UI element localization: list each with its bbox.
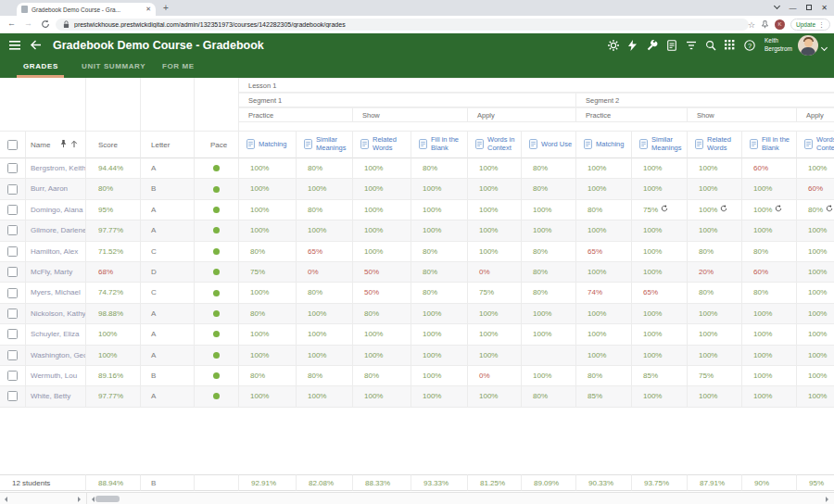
tab-unit-summary[interactable]: UNIT SUMMARY — [82, 62, 145, 70]
row-checkbox[interactable] — [7, 350, 18, 360]
chrome-menu-icon[interactable]: ⋮ — [818, 21, 825, 29]
menu-icon[interactable] — [9, 41, 20, 50]
scroll-right-arrow[interactable] — [826, 497, 831, 502]
row-checkbox[interactable] — [7, 288, 18, 298]
assignment-column-header[interactable]: Fill in the Blank — [411, 131, 468, 158]
minimize-button[interactable]: — — [785, 4, 801, 12]
student-name-link[interactable]: Wermuth, Lou — [26, 366, 86, 386]
student-name-link[interactable]: Bergstrom, Keith — [26, 158, 86, 179]
tab-search-icon[interactable] — [769, 4, 785, 12]
assignment-column-header[interactable]: Related Words — [353, 131, 411, 158]
retake-icon[interactable] — [661, 200, 668, 220]
scroll-left-arrow[interactable] — [89, 497, 95, 502]
group-spacer-cell — [86, 107, 141, 122]
student-name-link[interactable]: McFly, Marty — [26, 262, 86, 283]
reload-icon[interactable] — [41, 19, 50, 31]
assignment-column-header[interactable]: Matching — [576, 131, 632, 158]
score-cell: 100% — [86, 324, 141, 345]
forward-nav-icon[interactable]: → — [24, 19, 32, 28]
maximize-button[interactable] — [801, 4, 816, 12]
tab-grades[interactable]: GRADES — [23, 62, 58, 70]
browser-profile-avatar[interactable]: K — [775, 19, 785, 30]
row-checkbox[interactable] — [7, 163, 18, 173]
assignment-column-header[interactable]: Fill in the Blank — [742, 131, 797, 158]
column-average-cell: 93.75% — [632, 474, 688, 491]
back-arrow-icon[interactable] — [30, 40, 42, 50]
sort-ascending-icon[interactable] — [70, 140, 78, 150]
name-column-header[interactable]: Name — [26, 131, 86, 158]
row-checkbox[interactable] — [7, 329, 18, 339]
column-average-cell: 89.09% — [522, 474, 576, 491]
tab-for-me[interactable]: FOR ME — [162, 62, 195, 70]
student-name-link[interactable]: Washington, Geo... — [26, 346, 86, 366]
grade-cell: 100% — [632, 262, 688, 283]
retake-icon[interactable] — [720, 200, 727, 220]
activity-group-header: Apply — [468, 107, 576, 122]
scroll-left-arrow[interactable] — [2, 497, 7, 502]
browser-tab[interactable]: Gradebook Demo Course - Gra... ✕ — [17, 3, 156, 16]
grade-cell: 100% — [742, 179, 797, 199]
extensions-pin-icon[interactable] — [761, 20, 769, 29]
assignment-column-header[interactable]: Matching — [239, 131, 297, 158]
grade-cell: 80% — [522, 242, 576, 262]
score-column-header[interactable]: Score — [86, 131, 141, 158]
score-cell: 100% — [86, 346, 141, 366]
row-checkbox[interactable] — [7, 267, 18, 277]
horizontal-scrollbar[interactable] — [0, 492, 834, 504]
pin-column-icon[interactable] — [59, 139, 68, 150]
settings-icon[interactable] — [607, 39, 619, 51]
chrome-update-button[interactable]: Update ⋮ — [790, 19, 830, 31]
user-avatar[interactable] — [798, 35, 818, 56]
row-checkbox[interactable] — [7, 309, 18, 319]
letter-column-header[interactable]: Letter — [141, 131, 195, 158]
student-name-link[interactable]: Gilmore, Darlene — [26, 220, 86, 241]
back-nav-icon[interactable]: ← — [7, 19, 16, 28]
retake-icon[interactable] — [826, 200, 833, 220]
pace-cell — [195, 304, 239, 324]
row-checkbox[interactable] — [7, 225, 18, 235]
student-name-link[interactable]: Myers, Michael — [26, 283, 86, 303]
student-name-link[interactable]: Nickolson, Kathy — [26, 304, 86, 324]
assignment-column-header[interactable]: Related Words — [688, 131, 742, 158]
student-name-link[interactable]: Hamilton, Alex — [26, 242, 86, 262]
grade-cell: 100% — [353, 386, 411, 407]
account-chevron-down-icon[interactable] — [821, 44, 828, 51]
filter-icon[interactable] — [685, 39, 697, 51]
scrollbar-thumb[interactable] — [95, 496, 120, 502]
new-tab-button[interactable]: + — [163, 3, 169, 13]
grade-cell: 100% — [797, 366, 834, 386]
student-name-link[interactable]: Burr, Aaron — [26, 179, 86, 199]
retake-icon[interactable] — [775, 200, 782, 220]
apps-icon[interactable] — [724, 39, 736, 51]
build-icon[interactable] — [646, 39, 658, 51]
row-checkbox[interactable] — [7, 205, 18, 215]
row-select-cell — [0, 200, 26, 220]
assignment-column-header[interactable]: Word Use — [522, 131, 576, 158]
assignment-column-header[interactable]: Words in Context — [797, 131, 834, 158]
assignment-icon[interactable] — [665, 39, 677, 51]
grade-cell: 100% — [522, 366, 576, 386]
bookmark-star-icon[interactable]: ☆ — [748, 20, 755, 30]
scroll-right-arrow[interactable] — [78, 497, 83, 502]
assignment-column-header[interactable]: Similar Meanings — [297, 131, 353, 158]
student-name-link[interactable]: Schuyler, Eliza — [26, 324, 86, 345]
row-checkbox[interactable] — [7, 184, 18, 195]
url-bar[interactable]: prestwickhouse.prestwickdigital.com/admi… — [56, 19, 749, 31]
group-spacer-cell — [86, 78, 141, 93]
tab-close-icon[interactable]: ✕ — [145, 6, 151, 13]
student-name-link[interactable]: White, Betty — [26, 386, 86, 407]
row-checkbox[interactable] — [7, 246, 18, 257]
select-all-checkbox[interactable] — [7, 140, 18, 150]
student-name-link[interactable]: Domingo, Alana — [26, 200, 86, 220]
search-icon[interactable] — [704, 39, 716, 51]
row-checkbox[interactable] — [7, 391, 18, 401]
row-checkbox[interactable] — [7, 371, 18, 381]
assignment-column-header[interactable]: Similar Meanings — [632, 131, 688, 158]
assignment-column-header[interactable]: Words in Context — [468, 131, 522, 158]
flash-icon[interactable] — [626, 39, 638, 51]
header-gap-row — [0, 122, 834, 131]
pace-column-header[interactable]: Pace — [195, 131, 239, 158]
help-icon[interactable]: ? — [743, 39, 755, 51]
close-window-button[interactable]: ✕ — [816, 4, 832, 12]
grade-cell: 100% — [468, 158, 522, 179]
